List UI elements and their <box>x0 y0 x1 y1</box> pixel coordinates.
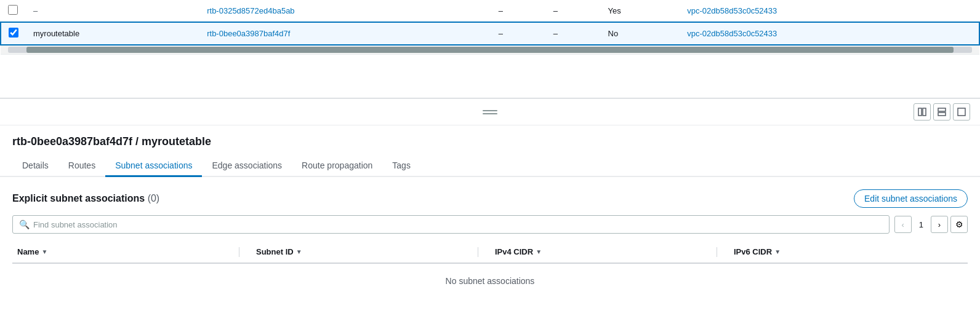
edit-subnet-associations-button[interactable]: Edit subnet associations <box>854 189 968 208</box>
search-container[interactable]: 🔍 <box>12 215 890 234</box>
tabs-navigation: Details Routes Subnet associations Edge … <box>0 156 980 177</box>
col-header-name[interactable]: Name ▼ <box>12 245 227 259</box>
tab-subnet-associations[interactable]: Subnet associations <box>105 156 202 177</box>
section-count-badge: (0) <box>148 193 160 204</box>
col-sep-2 <box>465 245 490 259</box>
tab-edge-associations[interactable]: Edge associations <box>202 156 292 177</box>
top-table-section: – rtb-0325d8572ed4ba5ab – – Yes vpc-02db… <box>0 0 980 98</box>
pagination-controls: ‹ 1 › ⚙ <box>894 216 968 233</box>
col-subnet-label: Subnet ID <box>256 247 294 256</box>
col-ipv4-label: IPv4 CIDR <box>495 247 533 256</box>
subnet-section-title: Explicit subnet associations (0) <box>12 193 159 204</box>
row-1-route-table-id: rtb-0325d8572ed4ba5ab <box>199 0 491 22</box>
row-2-gateway: – <box>546 22 601 45</box>
col-header-ipv4[interactable]: IPv4 CIDR ▼ <box>490 245 704 259</box>
col-sep-3 <box>704 245 729 259</box>
row-1-main: Yes <box>601 0 680 22</box>
row-2-rtid-link[interactable]: rtb-0bee0a3987baf4d7f <box>207 29 290 38</box>
table-row: – rtb-0325d8572ed4ba5ab – – Yes vpc-02db… <box>1 0 979 22</box>
svg-rect-2 <box>938 108 946 111</box>
tab-routes[interactable]: Routes <box>58 156 105 177</box>
empty-space <box>0 55 980 98</box>
col-sep-line-2 <box>478 247 478 257</box>
page-number: 1 <box>914 220 928 229</box>
row-2-checkbox[interactable] <box>9 28 18 38</box>
drag-handle[interactable] <box>483 110 497 114</box>
detail-title: rtb-0bee0a3987baf4d7f / myroutetable <box>12 135 968 148</box>
panel-split-horizontal-button[interactable] <box>914 103 931 121</box>
table-header: Name ▼ Subnet ID ▼ IPv4 CIDR ▼ IPv6 CIDR <box>12 241 968 264</box>
empty-state: No subnet associations <box>12 264 968 298</box>
svg-rect-0 <box>918 108 922 116</box>
row-1-subnet: – <box>491 0 546 22</box>
next-page-button[interactable]: › <box>931 216 948 233</box>
row-1-rtid-link[interactable]: rtb-0325d8572ed4ba5ab <box>207 6 294 15</box>
search-input[interactable] <box>33 220 883 229</box>
row-1-vpc: vpc-02db58d53c0c52433 <box>680 0 979 22</box>
column-settings-button[interactable]: ⚙ <box>950 216 968 233</box>
tab-route-propagation[interactable]: Route propagation <box>292 156 382 177</box>
row-2-vpc-link[interactable]: vpc-02db58d53c0c52433 <box>687 29 777 38</box>
col-sep-line-3 <box>717 247 717 257</box>
split-vertical-icon <box>938 108 946 116</box>
content-area: Explicit subnet associations (0) Edit su… <box>0 177 980 310</box>
route-table-container: – rtb-0325d8572ed4ba5ab – – Yes vpc-02db… <box>0 0 980 55</box>
prev-page-button[interactable]: ‹ <box>894 216 912 233</box>
panel-layout-controls <box>914 103 970 121</box>
search-icon: 🔍 <box>19 219 30 229</box>
drag-line-2 <box>483 113 497 114</box>
empty-state-text: No subnet associations <box>446 276 535 286</box>
row-1-vpc-link[interactable]: vpc-02db58d53c0c52433 <box>687 6 777 15</box>
row-2-subnet: – <box>491 22 546 45</box>
detail-panel: rtb-0bee0a3987baf4d7f / myroutetable Det… <box>0 125 980 310</box>
svg-rect-3 <box>938 113 946 116</box>
row-1-name: – <box>26 0 199 22</box>
col-header-ipv6[interactable]: IPv6 CIDR ▼ <box>729 245 943 259</box>
subnet-section-header: Explicit subnet associations (0) Edit su… <box>12 189 968 208</box>
row-2-main: No <box>601 22 680 45</box>
row-2-vpc: vpc-02db58d53c0c52433 <box>680 22 979 45</box>
tab-tags[interactable]: Tags <box>382 156 420 177</box>
col-end-spacer <box>943 245 968 259</box>
horizontal-scrollbar-row <box>1 45 979 55</box>
panel-split-vertical-button[interactable] <box>933 103 950 121</box>
drag-line-1 <box>483 110 497 111</box>
horizontal-scrollbar-track[interactable] <box>8 47 972 53</box>
col-sep-1 <box>227 245 251 259</box>
split-horizontal-icon <box>918 108 926 116</box>
sort-subnet-icon: ▼ <box>296 248 302 255</box>
route-table: – rtb-0325d8572ed4ba5ab – – Yes vpc-02db… <box>0 0 980 55</box>
table-row-selected: myroutetable rtb-0bee0a3987baf4d7f – – N… <box>1 22 979 45</box>
panel-single-button[interactable] <box>953 103 970 121</box>
svg-rect-4 <box>958 108 965 116</box>
col-name-label: Name <box>17 247 39 256</box>
single-panel-icon <box>957 108 966 116</box>
tab-details[interactable]: Details <box>12 156 58 177</box>
detail-header: rtb-0bee0a3987baf4d7f / myroutetable Det… <box>0 125 980 177</box>
section-title-text: Explicit subnet associations <box>12 193 145 204</box>
sort-ipv6-icon: ▼ <box>774 248 781 255</box>
col-header-subnet-id[interactable]: Subnet ID ▼ <box>251 245 465 259</box>
row-checkbox-cell[interactable] <box>1 0 26 22</box>
sort-name-icon: ▼ <box>41 248 47 255</box>
svg-rect-1 <box>923 108 926 116</box>
row-2-checkbox-cell[interactable] <box>1 22 26 45</box>
row-1-gateway: – <box>546 0 601 22</box>
row-2-route-table-id: rtb-0bee0a3987baf4d7f <box>199 22 491 45</box>
sort-ipv4-icon: ▼ <box>536 248 542 255</box>
row-2-name: myroutetable <box>26 22 199 45</box>
row-1-checkbox[interactable] <box>8 5 18 15</box>
panel-divider <box>0 98 980 125</box>
col-sep-line-1 <box>239 247 239 257</box>
search-row: 🔍 ‹ 1 › ⚙ <box>12 215 968 234</box>
horizontal-scrollbar-thumb <box>26 47 954 53</box>
col-ipv6-label: IPv6 CIDR <box>734 247 772 256</box>
